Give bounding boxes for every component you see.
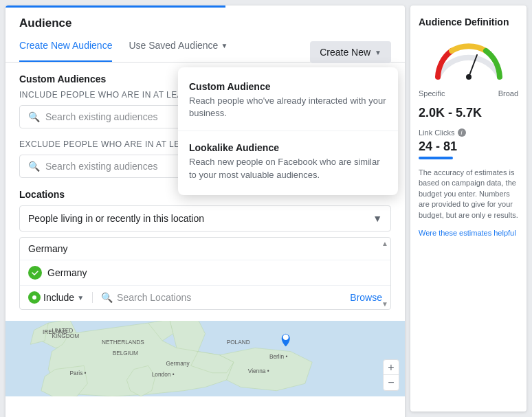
browse-button[interactable]: Browse (350, 292, 382, 303)
location-bottom-bar: Include ▼ 🔍 Search Locations Browse (20, 285, 390, 309)
dropdown-divider (178, 131, 398, 131)
left-panel: Audience Create New Audience Use Saved A… (5, 5, 405, 417)
exclude-search-icon: 🔍 (28, 161, 40, 172)
gauge-labels: Specific Broad (419, 89, 518, 98)
tab-saved-dropdown: Use Saved Audience ▼ (129, 40, 228, 51)
location-pin-icon (28, 266, 42, 280)
location-select-arrow-icon: ▼ (373, 213, 382, 224)
audience-definition-title: Audience Definition (419, 16, 518, 27)
custom-audience-title: Custom Audience (189, 81, 387, 92)
exclude-search-text: Search existing audiences (45, 161, 157, 172)
progress-bar (5, 5, 225, 8)
include-dropdown-arrow-icon: ▼ (77, 294, 84, 302)
progress-bar-container (5, 5, 405, 8)
svg-text:Germany: Germany (166, 360, 190, 367)
map-background: IRELAND UNITED KINGDOM NETHERLANDS BELGI… (5, 321, 405, 396)
gauge-svg (428, 36, 510, 84)
include-button[interactable]: Include ▼ (28, 291, 84, 304)
gauge-broad-label: Broad (498, 89, 518, 98)
tab-create-new[interactable]: Create New Audience (19, 30, 112, 62)
include-search-text: Search existing audiences (45, 111, 157, 122)
svg-text:KINGDOM: KINGDOM (52, 333, 79, 339)
scroll-down-icon[interactable]: ▼ (381, 300, 389, 308)
create-new-arrow-icon: ▼ (375, 49, 381, 56)
locations-section: Locations People living in or recently i… (19, 189, 391, 310)
right-panel: Audience Definition Specific Broad 2.0K … (410, 5, 527, 412)
location-type-select[interactable]: People living in or recently in this loc… (19, 205, 391, 232)
location-box: ▲ ▼ Germany Germany (19, 237, 391, 310)
svg-point-23 (466, 74, 472, 80)
svg-text:BELGIUM: BELGIUM (113, 350, 138, 357)
link-clicks-label: Link Clicks i (419, 128, 518, 137)
lookalike-audience-title: Lookalike Audience (189, 142, 387, 153)
zoom-in-button[interactable]: + (384, 360, 399, 375)
include-search-icon: 🔍 (28, 111, 40, 122)
audience-size-value: 2.0K - 5.7K (419, 106, 518, 120)
map-zoom-controls: + − (383, 359, 399, 391)
metric-bar (419, 157, 453, 159)
svg-text:London •: London • (152, 371, 175, 378)
svg-text:Paris •: Paris • (69, 370, 86, 376)
svg-text:Vienna •: Vienna • (248, 368, 269, 374)
panel-title: Audience (5, 5, 405, 30)
scroll-up-icon[interactable]: ▲ (381, 239, 389, 247)
search-locations-icon: 🔍 (101, 292, 113, 303)
zoom-out-button[interactable]: − (384, 375, 399, 390)
gauge-container (419, 36, 518, 84)
main-container: Audience Create New Audience Use Saved A… (0, 0, 532, 417)
svg-point-21 (283, 335, 289, 340)
lookalike-audience-option[interactable]: Lookalike Audience Reach new people on F… (178, 134, 398, 189)
lookalike-audience-desc: Reach new people on Facebook who are sim… (189, 156, 387, 181)
tab-saved-arrow: ▼ (221, 42, 228, 49)
map-container: IRELAND UNITED KINGDOM NETHERLANDS BELGI… (5, 321, 405, 396)
svg-text:POLAND: POLAND (227, 339, 250, 346)
svg-text:NETHERLANDS: NETHERLANDS (102, 339, 144, 346)
gauge-specific-label: Specific (419, 89, 445, 98)
accuracy-text: The accuracy of estimates is based on ca… (419, 168, 518, 221)
custom-audience-desc: Reach people who've already interacted w… (189, 95, 387, 120)
helpful-link[interactable]: Were these estimates helpful (419, 229, 516, 237)
include-pin-icon (28, 291, 41, 304)
custom-audience-option[interactable]: Custom Audience Reach people who've alre… (178, 73, 398, 128)
location-header: Germany (20, 238, 390, 260)
create-new-button[interactable]: Create New ▼ (310, 41, 391, 63)
divider (92, 292, 93, 303)
location-item-name: Germany (47, 267, 87, 278)
svg-text:Berlin •: Berlin • (269, 353, 288, 360)
info-icon: i (458, 128, 466, 137)
location-item: Germany (20, 260, 390, 285)
create-new-dropdown: Custom Audience Reach people who've alre… (178, 67, 398, 195)
map-svg: IRELAND UNITED KINGDOM NETHERLANDS BELGI… (5, 321, 405, 396)
link-clicks-value: 24 - 81 (419, 139, 518, 154)
search-locations[interactable]: 🔍 Search Locations (101, 292, 344, 303)
tab-saved-audience[interactable]: Use Saved Audience ▼ (129, 30, 228, 62)
